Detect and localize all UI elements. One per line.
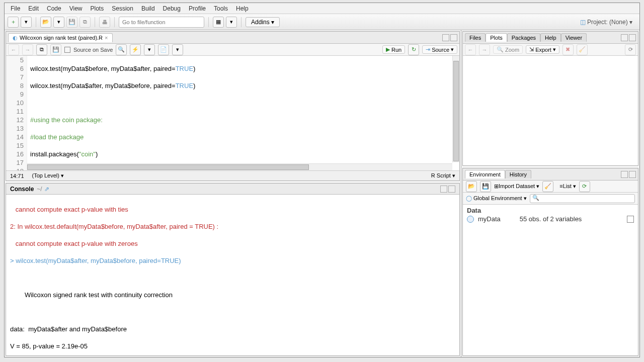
editor-toolbar: ← → ⧉ 💾 Source on Save 🔍 ⚡ ▾ 📄 ▾ ▶Run ↻ … [6,44,459,56]
minimize-plots-button[interactable] [621,34,628,41]
console-path: ~/ [37,186,42,193]
project-menu[interactable]: ◫ Project: (None) ▾ [580,19,636,26]
maximize-console-button[interactable] [448,186,455,193]
maximize-env-button[interactable] [629,171,636,178]
remove-plot-button[interactable]: ✖ [562,44,574,55]
save-all-button[interactable]: ⧉ [79,17,91,28]
menu-session[interactable]: Session [108,4,137,13]
notebook-dropdown[interactable]: ▾ [172,44,183,55]
env-item-desc: 55 obs. of 2 variables [520,215,582,223]
editor-tab-label: Wilcoxon sign rank test (paired).R [20,35,103,41]
tab-files[interactable]: Files [465,33,486,42]
plots-pane: Files Plots Packages Help Viewer ← → 🔍Zo… [462,31,638,166]
env-tabbar: Environment History [463,168,638,180]
maximize-plots-button[interactable] [629,34,636,41]
wand-button[interactable]: ⚡ [130,44,141,55]
find-button[interactable]: 🔍 [116,44,127,55]
plots-toolbar: ← → 🔍Zoom ⇲Export ▾ ✖ 🧹 ⟳ [463,44,638,56]
clear-env-button[interactable]: 🧹 [542,181,553,192]
menu-profile[interactable]: Profile [185,4,210,13]
code-editor[interactable]: 56789101112131415161718 wilcox.test(myDa… [6,56,459,170]
load-workspace-button[interactable]: 📂 [466,181,477,192]
env-item-name: myData [478,215,501,223]
forward-button[interactable]: → [22,44,33,55]
env-search-input[interactable]: 🔍 [530,194,635,203]
goto-file-function-input[interactable] [119,17,204,28]
console-header: Console ~/ ⇗ [6,184,459,195]
plot-forward-button[interactable]: → [479,44,490,55]
editor-tab[interactable]: ◐ Wilcoxon sign rank test (paired).R × [8,33,113,42]
open-file-button[interactable]: 📂 [40,17,51,28]
new-file-dropdown[interactable]: ▾ [21,17,32,28]
clear-plots-button[interactable]: 🧹 [577,44,588,55]
tab-help[interactable]: Help [540,33,561,42]
refresh-env-button[interactable]: ⟳ [579,181,590,192]
zoom-button[interactable]: 🔍Zoom [493,45,523,54]
env-scope-bar: ◯ Global Environment ▾ 🔍 [463,193,638,205]
console-body[interactable]: cannot compute exact p-value with ties 2… [6,195,459,355]
save-workspace-button[interactable]: 💾 [480,181,491,192]
minimize-env-button[interactable] [621,171,628,178]
expand-toggle-icon[interactable] [467,216,474,223]
menu-plots[interactable]: Plots [87,4,108,13]
open-recent-dropdown[interactable]: ▾ [53,17,64,28]
code-body[interactable]: wilcox.test(myData$before, myData$after,… [27,56,459,170]
source-on-save-label: Source on Save [73,47,113,53]
minimize-console-button[interactable] [440,186,447,193]
menu-debug[interactable]: Debug [159,4,185,13]
separator [241,17,242,27]
editor-status-bar: 14:71 (Top Level) ▾ R Script ▾ [6,170,459,180]
tab-history[interactable]: History [505,170,531,178]
print-button[interactable]: 🖶 [99,17,110,28]
close-tab-icon[interactable]: × [105,35,108,41]
global-env-dropdown[interactable]: ◯ Global Environment ▾ [466,195,527,202]
environment-pane: Environment History 📂 💾 ⊞Import Dataset … [462,168,638,356]
editor-horizontal-scrollbar[interactable] [27,163,452,170]
rerun-button[interactable]: ↻ [408,44,419,55]
save-file-button[interactable]: 💾 [50,44,61,55]
view-data-icon[interactable] [627,216,634,223]
wand-dropdown[interactable]: ▾ [144,44,155,55]
menu-help[interactable]: Help [232,4,253,13]
editor-tabbar: ◐ Wilcoxon sign rank test (paired).R × [6,32,459,44]
import-dataset-dropdown[interactable]: ⊞Import Dataset ▾ [494,183,539,190]
export-dropdown[interactable]: ⇲Export ▾ [526,45,559,54]
new-file-button[interactable]: ＋ [8,17,19,28]
tab-plots[interactable]: Plots [486,33,507,42]
minimize-pane-button[interactable] [442,34,449,41]
menu-edit[interactable]: Edit [24,4,43,13]
maximize-pane-button[interactable] [450,34,457,41]
menu-code[interactable]: Code [43,4,65,13]
menu-build[interactable]: Build [137,4,159,13]
refresh-plots-button[interactable]: ⟳ [625,44,636,55]
list-view-dropdown[interactable]: ≡List ▾ [559,183,576,190]
env-item-mydata[interactable]: myData 55 obs. of 2 variables [467,215,634,223]
menu-file[interactable]: File [7,4,24,13]
scope-selector[interactable]: (Top Level) ▾ [32,172,64,179]
grid-dropdown[interactable]: ▾ [226,17,237,28]
tab-packages[interactable]: Packages [507,33,540,42]
addins-dropdown[interactable]: Addins ▾ [246,17,280,27]
editor-vertical-scrollbar[interactable] [452,56,459,162]
line-gutter: 56789101112131415161718 [6,56,27,170]
menu-tools[interactable]: Tools [210,4,232,13]
plots-tabbar: Files Plots Packages Help Viewer [463,32,638,44]
source-button[interactable]: ⇥Source ▾ [422,45,457,54]
grid-view-button[interactable]: ▦ [213,17,224,28]
back-button[interactable]: ← [8,44,19,55]
source-on-save-checkbox[interactable] [64,47,70,53]
separator [114,17,115,27]
menu-view[interactable]: View [65,4,87,13]
tab-environment[interactable]: Environment [465,170,505,178]
show-in-new-window-button[interactable]: ⧉ [36,44,47,55]
console-path-icon[interactable]: ⇗ [44,186,49,193]
editor-pane: ◐ Wilcoxon sign rank test (paired).R × ←… [6,31,460,181]
plot-back-button[interactable]: ← [465,44,476,55]
tab-viewer[interactable]: Viewer [561,33,587,42]
notebook-button[interactable]: 📄 [158,44,169,55]
rscript-icon: ◐ [13,35,18,41]
run-button[interactable]: ▶Run [382,45,405,54]
console-pane: Console ~/ ⇗ cannot compute exact p-valu… [6,183,460,356]
language-selector[interactable]: R Script ▾ [431,172,455,179]
save-button[interactable]: 💾 [66,17,77,28]
